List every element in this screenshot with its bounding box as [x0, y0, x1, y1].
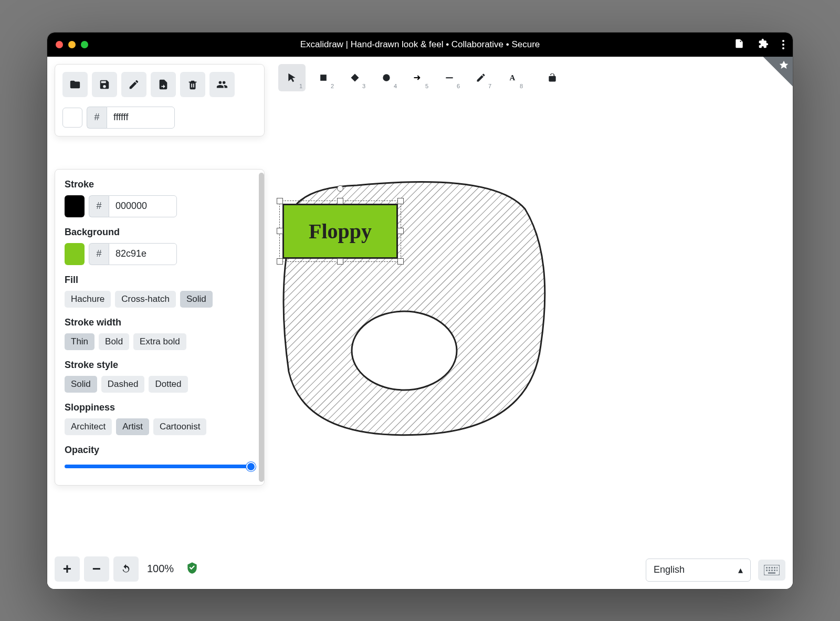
zoom-in-button[interactable]: + — [55, 556, 80, 582]
svg-rect-16 — [771, 570, 773, 571]
window-title: Excalidraw | Hand-drawn look & feel • Co… — [300, 39, 540, 50]
fill-group: Fill HachureCross-hatchSolid — [65, 275, 255, 308]
background-swatch[interactable] — [65, 243, 85, 265]
svg-point-5 — [383, 74, 390, 81]
opacity-slider[interactable] — [65, 461, 255, 472]
rotate-handle[interactable] — [337, 185, 343, 192]
tool-draw[interactable]: 7 — [467, 64, 495, 91]
clear-canvas-button[interactable] — [121, 72, 146, 97]
tool-number: 4 — [394, 83, 397, 89]
language-select[interactable]: English ▴ — [646, 559, 751, 582]
option-thin[interactable]: Thin — [65, 333, 94, 350]
resize-handle-nw[interactable] — [277, 198, 283, 204]
github-corner[interactable] — [756, 57, 793, 93]
stroke-width-label: Stroke width — [65, 317, 255, 328]
tool-number: 8 — [520, 83, 523, 89]
canvas-background-row: # — [62, 107, 257, 129]
canvas-bg-hex-input[interactable] — [107, 107, 175, 129]
stroke-style-group: Stroke style SolidDashedDotted — [65, 360, 255, 393]
tool-rectangle[interactable]: 2 — [310, 64, 337, 91]
tool-arrow[interactable]: 5 — [404, 64, 432, 91]
stroke-swatch[interactable] — [65, 195, 85, 217]
keyboard-icon — [764, 565, 780, 575]
stroke-width-group: Stroke width ThinBoldExtra bold — [65, 317, 255, 350]
svg-rect-14 — [766, 570, 768, 571]
svg-rect-18 — [776, 570, 778, 571]
tool-ellipse[interactable]: 4 — [373, 64, 400, 91]
svg-rect-11 — [771, 567, 773, 569]
tool-selection[interactable]: 1 — [278, 64, 306, 91]
tool-number: 7 — [488, 83, 491, 89]
hash-label: # — [89, 195, 109, 217]
hash-label: # — [87, 107, 107, 129]
selected-rect[interactable]: Floppy — [282, 204, 398, 259]
scrollbar[interactable] — [259, 173, 264, 482]
file-toolbar — [62, 72, 257, 97]
sloppiness-group: Sloppiness ArchitectArtistCartoonist — [65, 402, 255, 435]
tools-bar: 1234567A8 — [278, 64, 566, 91]
close-window-button[interactable] — [56, 41, 63, 48]
zoom-reset-button[interactable] — [113, 556, 139, 582]
option-bold[interactable]: Bold — [99, 333, 129, 350]
svg-rect-12 — [774, 567, 775, 569]
option-dotted[interactable]: Dotted — [149, 376, 187, 393]
option-cross-hatch[interactable]: Cross-hatch — [115, 291, 176, 308]
resize-handle-n[interactable] — [337, 198, 343, 204]
reset-icon — [120, 563, 132, 575]
save-button[interactable] — [92, 72, 117, 97]
stroke-style-label: Stroke style — [65, 360, 255, 371]
svg-rect-17 — [774, 570, 775, 571]
keyboard-shortcuts-button[interactable] — [758, 560, 785, 581]
option-architect[interactable]: Architect — [65, 418, 112, 435]
svg-rect-4 — [320, 75, 327, 81]
window-controls — [56, 41, 88, 48]
encryption-shield-icon[interactable] — [185, 561, 199, 577]
option-cartoonist[interactable]: Cartoonist — [153, 418, 206, 435]
resize-handle-ne[interactable] — [397, 198, 404, 204]
tool-text[interactable]: A8 — [499, 64, 526, 91]
resize-handle-s[interactable] — [337, 258, 343, 265]
sloppiness-label: Sloppiness — [65, 402, 255, 413]
resize-handle-e[interactable] — [397, 228, 404, 234]
properties-panel: Stroke # Background # — [55, 169, 265, 486]
resize-handle-w[interactable] — [277, 228, 283, 234]
svg-rect-13 — [776, 567, 778, 569]
export-button[interactable] — [151, 72, 176, 97]
tool-line[interactable]: 6 — [436, 64, 463, 91]
selection-outline — [279, 201, 401, 262]
tool-diamond[interactable]: 3 — [341, 64, 369, 91]
drawn-shape — [273, 177, 551, 440]
option-extra-bold[interactable]: Extra bold — [133, 333, 186, 350]
puzzle-icon[interactable] — [758, 38, 769, 51]
tool-number: 1 — [299, 83, 302, 89]
option-solid[interactable]: Solid — [65, 376, 97, 393]
option-hachure[interactable]: Hachure — [65, 291, 111, 308]
stroke-hex-input[interactable] — [109, 195, 177, 217]
file-panel: # — [55, 64, 265, 136]
zoom-percentage: 100% — [147, 563, 174, 575]
maximize-window-button[interactable] — [81, 41, 88, 48]
option-solid[interactable]: Solid — [180, 291, 213, 308]
svg-rect-6 — [446, 77, 453, 78]
more-vertical-icon[interactable] — [782, 40, 784, 49]
svg-rect-10 — [769, 567, 770, 569]
canvas-bg-swatch[interactable] — [62, 108, 82, 128]
shape-text: Floppy — [309, 219, 372, 244]
delete-button[interactable] — [180, 72, 205, 97]
zoom-out-button[interactable]: − — [84, 556, 109, 582]
option-dashed[interactable]: Dashed — [101, 376, 145, 393]
option-artist[interactable]: Artist — [116, 418, 149, 435]
background-hex-input[interactable] — [109, 243, 177, 265]
resize-handle-se[interactable] — [397, 258, 404, 265]
background-group: Background # — [65, 227, 255, 265]
open-button[interactable] — [62, 72, 88, 97]
svg-rect-9 — [766, 567, 768, 569]
paint-icon — [778, 60, 790, 71]
collaborate-button[interactable] — [209, 72, 235, 97]
lock-toggle[interactable] — [539, 64, 566, 91]
resize-handle-sw[interactable] — [277, 258, 283, 265]
minimize-window-button[interactable] — [68, 41, 76, 48]
file-icon[interactable] — [734, 38, 744, 51]
titlebar: Excalidraw | Hand-drawn look & feel • Co… — [47, 33, 793, 57]
hash-label: # — [89, 243, 109, 265]
